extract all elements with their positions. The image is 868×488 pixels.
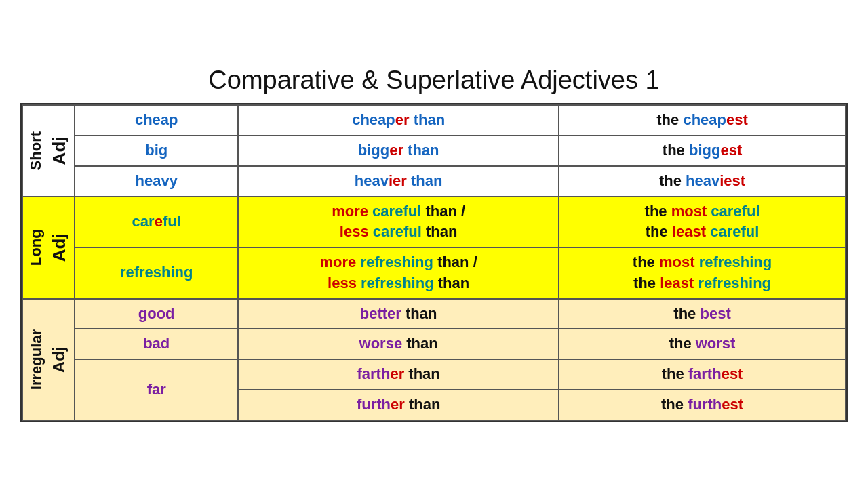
comp-farther: farther than [238,359,559,390]
comp-cheap: cheaper than [238,105,559,136]
base-refreshing: refreshing [75,247,238,299]
super-big: the biggest [559,136,846,166]
comp-heavy: heavier than [238,166,559,197]
base-good: good [75,299,238,329]
base-far: far [75,359,238,420]
super-bad: the worst [559,329,846,359]
base-big: big [75,136,238,166]
comp-big: bigger than [238,136,559,166]
base-careful: careful [75,197,238,248]
comp-bad: worse than [238,329,559,359]
super-cheap: the cheapest [559,105,846,136]
base-heavy: heavy [75,166,238,197]
short-adj-header: ShortAdj [22,105,75,196]
super-furthest: the furthest [559,390,846,420]
comp-further: further than [238,390,559,420]
comp-good: better than [238,299,559,329]
comp-careful: more careful than / less careful than [238,197,559,248]
comp-refreshing: more refreshing than / less refreshing t… [238,247,559,299]
super-farthest: the farthest [559,359,846,390]
base-bad: bad [75,329,238,359]
super-refreshing: the most refreshing the least refreshing [559,247,846,299]
super-heavy: the heaviest [559,166,846,197]
base-cheap: cheap [75,105,238,136]
irregular-adj-header: IrregularAdj [22,299,75,420]
main-table: ShortAdj cheap cheaper than the cheapest… [20,103,848,422]
super-good: the best [559,299,846,329]
long-adj-header: LongAdj [22,197,75,299]
page-title: Comparative & Superlative Adjectives 1 [208,66,659,95]
super-careful: the most careful the least careful [559,197,846,248]
